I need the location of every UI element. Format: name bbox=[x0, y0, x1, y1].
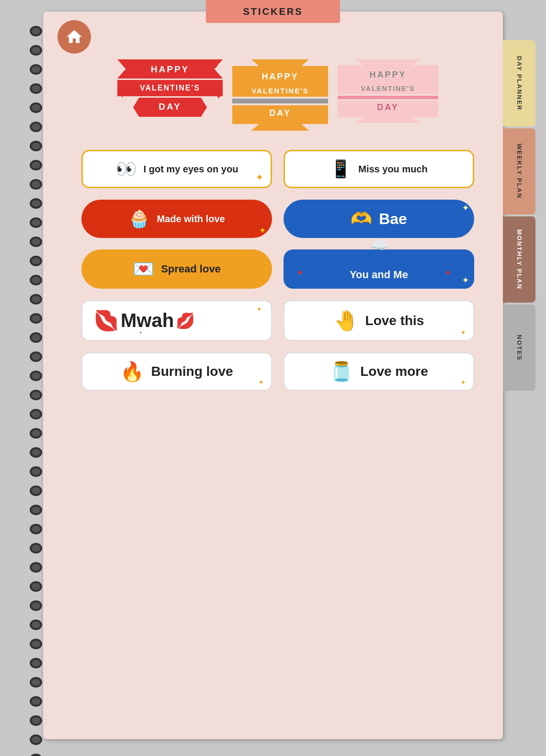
spiral-ring bbox=[30, 543, 42, 553]
spiral-ring bbox=[30, 351, 42, 362]
tab-weekly-plan[interactable]: WEEKLY PLAN bbox=[503, 128, 535, 214]
spiral-ring bbox=[30, 639, 42, 649]
banners-row: HAPPY VALENTINE'S DAY ♥ ♥ ♥ ♥ bbox=[81, 59, 474, 131]
sticker-burning-love[interactable]: 🔥 Burning love ✦ bbox=[81, 352, 272, 391]
spiral-ring bbox=[30, 237, 42, 247]
orange-banner-line1: HAPPY bbox=[262, 72, 298, 81]
miss-you-sticker-text: Miss you much bbox=[358, 164, 427, 175]
stickers-tab-label: STICKERS bbox=[243, 6, 303, 17]
spiral-ring bbox=[30, 217, 42, 228]
sticker-made-with-love[interactable]: 🧁 Made with love ✦ bbox=[81, 200, 272, 238]
phone-icon: 📱 bbox=[330, 160, 352, 178]
spiral-ring bbox=[30, 524, 42, 534]
spiral-ring bbox=[30, 141, 42, 151]
spiral-ring bbox=[30, 122, 42, 132]
pink-valentine-banner: HAPPY VALENTINE'S DAY bbox=[338, 59, 438, 123]
sticker-grid: 👀 I got my eyes on you ✦ 📱 Miss you much… bbox=[81, 150, 474, 391]
spiral-ring bbox=[30, 600, 42, 611]
right-tabs: DAY PLANNER WEEKLY PLAN MONTHLY PLAN NOT… bbox=[503, 40, 535, 393]
hands-heart-icon: 🫶 bbox=[351, 210, 372, 227]
spiral-ring bbox=[30, 179, 42, 190]
sign-hand-icon: 🤚 bbox=[334, 311, 359, 331]
eyes-sticker-text: I got my eyes on you bbox=[144, 164, 239, 175]
red-banner-line2: VALENTINE'S bbox=[140, 84, 200, 92]
tab-day-planner[interactable]: DAY PLANNER bbox=[503, 40, 535, 126]
spiral-ring bbox=[30, 409, 42, 419]
bae-text: Bae bbox=[379, 210, 407, 228]
tab-notes[interactable]: NOTES bbox=[503, 305, 535, 391]
spiral-ring bbox=[30, 734, 42, 745]
love-this-text: Love this bbox=[365, 313, 424, 328]
orange-banner-line3: DAY bbox=[269, 108, 291, 118]
spiral-ring bbox=[30, 313, 42, 324]
eyes-icon: 👀 bbox=[115, 160, 137, 178]
red-banner-line3: DAY bbox=[159, 102, 181, 112]
spiral-ring bbox=[30, 677, 42, 688]
spiral-ring bbox=[30, 754, 42, 756]
spiral-ring bbox=[30, 371, 42, 381]
spiral-ring bbox=[30, 275, 42, 285]
notebook-content: HAPPY VALENTINE'S DAY ♥ ♥ ♥ ♥ bbox=[43, 11, 503, 419]
love-more-text: Love more bbox=[360, 364, 428, 379]
spiral-ring bbox=[30, 102, 42, 113]
spiral-ring bbox=[30, 485, 42, 496]
orange-valentine-banner: HAPPY VALENTINE'S DAY ♥ ♥ bbox=[232, 59, 328, 131]
home-button[interactable] bbox=[57, 20, 91, 54]
spiral-ring bbox=[30, 256, 42, 266]
spiral-binding bbox=[30, 26, 43, 756]
red-banner-line1: HAPPY bbox=[151, 64, 189, 74]
sticker-you-and-me[interactable]: ☁️ You and Me ✦ ♥ ♥ bbox=[284, 249, 474, 289]
lips-right-icon: 💋 bbox=[176, 312, 195, 330]
burning-love-text: Burning love bbox=[151, 364, 233, 379]
spiral-ring bbox=[30, 696, 42, 707]
spiral-ring bbox=[30, 562, 42, 573]
orange-banner-line2: VALENTINE'S bbox=[251, 87, 308, 95]
sticker-love-more[interactable]: 🫙 Love more ✦ bbox=[284, 352, 474, 391]
pink-banner-line1: HAPPY bbox=[369, 70, 406, 79]
spiral-ring bbox=[30, 294, 42, 305]
sticker-bae[interactable]: 🫶 Bae ✦ bbox=[284, 200, 474, 238]
flame-heart-icon: 🔥 bbox=[120, 362, 144, 381]
spiral-ring bbox=[30, 198, 42, 209]
pink-banner-line2: VALENTINE'S bbox=[361, 85, 415, 92]
spread-love-text: Spread love bbox=[161, 263, 221, 275]
spiral-ring bbox=[30, 658, 42, 668]
spiral-ring bbox=[30, 83, 42, 94]
spiral-ring bbox=[30, 466, 42, 477]
spiral-ring bbox=[30, 45, 42, 56]
sticker-miss-you[interactable]: 📱 Miss you much bbox=[284, 150, 474, 188]
cupcake-icon: 🧁 bbox=[128, 210, 150, 227]
spiral-ring bbox=[30, 390, 42, 400]
red-valentine-banner: HAPPY VALENTINE'S DAY ♥ ♥ ♥ ♥ bbox=[117, 59, 223, 117]
tab-monthly-plan[interactable]: MONTHLY PLAN bbox=[503, 216, 535, 303]
home-icon bbox=[65, 28, 83, 46]
envelope-icon: 💌 bbox=[133, 260, 154, 278]
sticker-spread-love[interactable]: 💌 Spread love bbox=[81, 249, 272, 289]
spiral-ring bbox=[30, 715, 42, 726]
jar-hearts-icon: 🫙 bbox=[330, 362, 353, 381]
sticker-eyes[interactable]: 👀 I got my eyes on you ✦ bbox=[81, 150, 272, 188]
spiral-ring bbox=[30, 447, 42, 458]
spiral-ring bbox=[30, 26, 42, 36]
page-wrapper: STICKERS bbox=[0, 0, 546, 756]
spiral-ring bbox=[30, 332, 42, 343]
sticker-love-this[interactable]: 🤚 Love this ✦ bbox=[284, 300, 474, 341]
made-with-love-text: Made with love bbox=[157, 214, 225, 225]
spiral-ring bbox=[30, 160, 42, 170]
spiral-ring bbox=[30, 581, 42, 592]
notebook: DAY PLANNER WEEKLY PLAN MONTHLY PLAN NOT… bbox=[43, 11, 503, 739]
spiral-ring bbox=[30, 620, 42, 630]
spiral-ring bbox=[30, 428, 42, 439]
spiral-ring bbox=[30, 64, 42, 75]
cloud-icon: ☁️ bbox=[370, 236, 388, 253]
sticker-mwah[interactable]: 💋 Mwah 💋 ✦ • bbox=[81, 300, 272, 341]
you-and-me-text: You and Me bbox=[350, 269, 408, 281]
lips-left-icon: 💋 bbox=[94, 309, 119, 332]
pink-banner-line3: DAY bbox=[377, 102, 398, 112]
spiral-ring bbox=[30, 505, 42, 515]
mwah-text: Mwah bbox=[121, 310, 174, 331]
stickers-tab[interactable]: STICKERS bbox=[206, 0, 340, 23]
